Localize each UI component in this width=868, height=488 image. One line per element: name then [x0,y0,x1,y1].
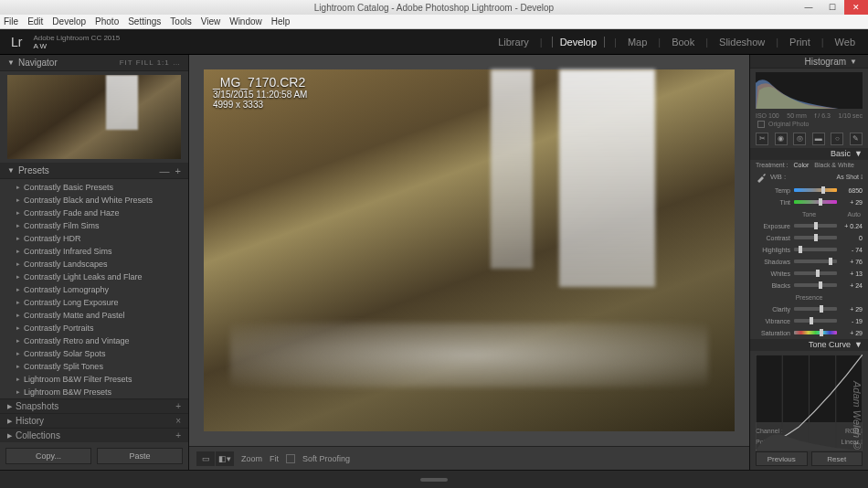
navigator-header[interactable]: ▼ Navigator FIT FILL 1:1 … [0,55,188,71]
menu-tools[interactable]: Tools [170,16,191,27]
chevron-right-icon: ▸ [16,248,20,255]
module-print[interactable]: Print [788,37,812,48]
module-web[interactable]: Web [833,37,857,48]
preset-folder[interactable]: ▸Contrastly Fade and Haze [0,207,188,219]
module-develop[interactable]: Develop [552,37,605,48]
history-header[interactable]: ▶ History × [0,413,188,428]
slider-whites[interactable]: Whites+ 13 [750,268,868,280]
image-canvas[interactable]: _MG_7170.CR2 3/15/2015 11:20:58 AM 4999 … [198,64,740,437]
slider-saturation[interactable]: Saturation+ 29 [750,327,868,339]
preset-folder[interactable]: ▸Contrastly Landscapes [0,258,188,271]
window-title: Lightroom Catalog - Adobe Photoshop Ligh… [314,3,554,13]
collections-header[interactable]: ▶ Collections + [0,428,188,442]
redeye-tool-icon[interactable]: ◎ [793,133,806,145]
histogram-header[interactable]: Histogram ▼ [750,55,868,69]
menu-settings[interactable]: Settings [128,16,161,27]
slider-temp[interactable]: Temp6850 [750,185,868,196]
reset-button[interactable]: Reset [811,451,863,466]
slider-exposure[interactable]: Exposure+ 0.24 [750,220,868,232]
crop-tool-icon[interactable]: ✂ [756,133,768,145]
original-photo-toggle[interactable]: Original Photo [750,119,868,130]
slider-blacks[interactable]: Blacks+ 24 [750,280,868,292]
previous-button[interactable]: Previous [756,451,808,466]
brush-tool-icon[interactable]: ✎ [850,133,863,145]
chevron-right-icon: ▸ [16,222,20,229]
before-after-button[interactable]: ◧▾ [216,451,234,466]
slider-tint[interactable]: Tint+ 29 [750,196,868,208]
menu-file[interactable]: File [4,16,18,27]
wb-row: WB : As Shot ⁞ [750,170,868,185]
slider-vibrance[interactable]: Vibrance- 19 [750,315,868,327]
filmstrip-handle[interactable] [0,470,868,488]
preset-folder[interactable]: ▸Contrastly Retro and Vintage [0,334,188,347]
preset-folder[interactable]: ▸Contrastly Matte and Pastel [0,309,188,322]
preset-folder[interactable]: ▸Contrastly Basic Presets [0,181,188,194]
navigator-modes[interactable]: FIT FILL 1:1 … [120,58,181,67]
zoom-fit[interactable]: Fit [270,454,279,463]
presets-header[interactable]: ▼ Presets — + [0,163,188,179]
preset-folder[interactable]: ▸Lightroom B&W Presets [0,386,188,398]
module-map[interactable]: Map [626,37,649,48]
disclosure-triangle-icon: ▼ [7,166,15,175]
menu-edit[interactable]: Edit [27,16,43,27]
auto-tone-button[interactable]: Auto [848,211,861,217]
navigator-thumbnail[interactable] [7,75,181,159]
develop-toolbar: ▭ ◧▾ Zoom Fit Soft Proofing [189,446,749,470]
spot-tool-icon[interactable]: ◉ [775,133,788,145]
treatment-color[interactable]: Color [794,162,810,168]
tool-strip: ✂ ◉ ◎ ▬ ○ ✎ [750,130,868,148]
radial-tool-icon[interactable]: ○ [831,133,843,145]
preset-folder[interactable]: ▸Contrastly Film Sims [0,219,188,232]
menu-view[interactable]: View [201,16,221,27]
preset-folder[interactable]: ▸Contrastly HDR [0,232,188,245]
preset-folder[interactable]: ▸Contrastly Long Exposure [0,296,188,309]
wb-dropper-icon[interactable] [756,172,767,183]
copy-button[interactable]: Copy... [5,448,91,464]
presets-plusminus[interactable]: — + [159,165,181,176]
preset-folder[interactable]: ▸Lightroom B&W Filter Presets [0,373,188,386]
basic-header[interactable]: Basic▼ [750,148,868,160]
app-name: Adobe Lightroom CC 2015 [33,34,120,42]
menu-help[interactable]: Help [271,16,291,27]
disclosure-triangle-icon: ▶ [7,432,12,440]
soft-proofing-checkbox[interactable] [286,454,295,463]
treatment-bw[interactable]: Black & White [814,162,854,168]
slider-highlights[interactable]: Highlights- 74 [750,244,868,256]
chevron-right-icon: ▸ [16,324,20,332]
menu-window[interactable]: Window [229,16,262,27]
chevron-right-icon: ▸ [16,388,20,396]
grad-tool-icon[interactable]: ▬ [812,133,825,145]
preset-folder[interactable]: ▸Contrastly Split Tones [0,360,188,373]
preset-folder[interactable]: ▸Contrastly Light Leaks and Flare [0,271,188,283]
histogram-display[interactable] [756,72,863,109]
module-slideshow[interactable]: Slideshow [717,37,767,48]
preset-folder[interactable]: ▸Contrastly Black and White Presets [0,194,188,207]
preset-folder[interactable]: ▸Contrastly Lomography [0,283,188,296]
tone-curve-graph[interactable] [756,355,863,422]
chevron-right-icon: ▸ [16,196,20,204]
close-button[interactable]: ✕ [844,0,868,15]
minimize-button[interactable]: — [797,0,820,15]
maximize-button[interactable]: ☐ [820,0,844,15]
left-panel: ▼ Navigator FIT FILL 1:1 … ▼ Presets — +… [0,55,189,470]
wb-select[interactable]: As Shot ⁞ [837,174,863,181]
chevron-right-icon: ▸ [16,209,20,217]
slider-shadows[interactable]: Shadows+ 76 [750,256,868,268]
presets-list[interactable]: ▸Contrastly Basic Presets▸Contrastly Bla… [0,179,188,398]
disclosure-triangle-icon: ▼ [850,58,857,66]
preset-folder[interactable]: ▸Contrastly Portraits [0,322,188,334]
slider-clarity[interactable]: Clarity+ 29 [750,303,868,315]
disclosure-triangle-icon: ▶ [7,403,12,410]
menu-photo[interactable]: Photo [95,16,119,27]
preset-folder[interactable]: ▸Contrastly Solar Spots [0,347,188,360]
snapshots-header[interactable]: ▶ Snapshots + [0,398,188,413]
slider-contrast[interactable]: Contrast0 [750,232,868,244]
tonecurve-header[interactable]: Tone Curve▼ [750,339,868,351]
preset-folder[interactable]: ▸Contrastly Infrared Sims [0,245,188,258]
paste-button[interactable]: Paste [97,448,183,464]
chevron-right-icon: ▸ [16,376,20,383]
module-library[interactable]: Library [496,37,531,48]
menu-develop[interactable]: Develop [52,16,86,27]
loupe-view-button[interactable]: ▭ [196,451,215,466]
module-book[interactable]: Book [670,37,696,48]
